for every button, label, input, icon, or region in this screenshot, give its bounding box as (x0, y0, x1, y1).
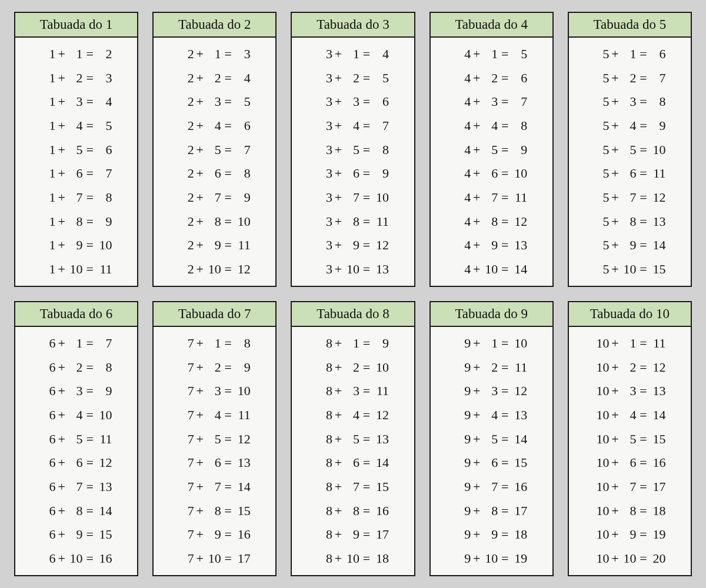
plus-icon: + (610, 143, 620, 156)
operand-a: 9 (454, 505, 472, 517)
operand-a: 10 (592, 505, 610, 517)
operand-b: 2 (481, 72, 499, 85)
operand-b: 8 (620, 505, 637, 517)
plus-icon: + (472, 528, 481, 541)
result: 3 (96, 72, 114, 85)
equals-icon: = (222, 337, 234, 350)
table-row: 5+2=7 (569, 69, 691, 88)
table-row: 8+5=13 (292, 430, 414, 449)
table-body: 7+1=87+2=97+3=107+4=117+5=127+6=137+7=14… (154, 327, 275, 575)
operand-a: 6 (39, 505, 57, 517)
plus-icon: + (472, 167, 481, 180)
operand-a: 6 (39, 480, 57, 493)
result: 8 (234, 167, 252, 180)
table-header: Tabuada do 10 (569, 302, 691, 327)
plus-icon: + (610, 528, 620, 541)
plus-icon: + (57, 72, 66, 85)
result: 6 (511, 72, 528, 85)
equals-icon: = (499, 119, 511, 132)
table-header: Tabuada do 9 (431, 302, 552, 327)
operand-b: 2 (620, 72, 637, 85)
table-row: 1+2=3 (15, 69, 137, 88)
equals-icon: = (222, 528, 234, 541)
plus-icon: + (610, 337, 620, 350)
plus-icon: + (610, 119, 620, 132)
result: 9 (372, 337, 390, 350)
operand-b: 7 (343, 191, 361, 204)
operand-b: 1 (620, 48, 637, 61)
operand-b: 6 (205, 167, 222, 180)
operand-b: 3 (620, 385, 637, 397)
operand-b: 1 (481, 337, 499, 350)
table-row: 1+3=4 (15, 92, 137, 111)
table-row: 8+10=18 (292, 549, 414, 568)
result: 14 (649, 409, 667, 422)
operand-b: 3 (343, 95, 361, 108)
table-row: 7+3=10 (154, 382, 275, 400)
plus-icon: + (334, 119, 343, 132)
operand-b: 4 (343, 119, 361, 132)
operand-a: 1 (39, 119, 57, 132)
operand-b: 5 (66, 433, 84, 446)
equals-icon: = (361, 143, 372, 156)
plus-icon: + (195, 385, 205, 397)
result: 8 (96, 361, 114, 374)
plus-icon: + (334, 143, 343, 156)
result: 11 (372, 215, 390, 228)
operand-a: 5 (592, 215, 610, 228)
equals-icon: = (499, 433, 511, 446)
equals-icon: = (499, 409, 511, 422)
table-row: 4+6=10 (431, 164, 552, 183)
operand-a: 2 (178, 191, 195, 204)
plus-icon: + (57, 239, 66, 252)
equals-icon: = (84, 119, 96, 132)
plus-icon: + (57, 48, 66, 61)
result: 4 (96, 95, 114, 108)
result: 8 (649, 95, 667, 108)
operand-a: 5 (592, 239, 610, 252)
operand-a: 3 (316, 48, 334, 61)
operand-a: 2 (178, 95, 195, 108)
result: 11 (511, 191, 528, 204)
result: 9 (96, 385, 114, 397)
equals-icon: = (222, 361, 234, 374)
table-body: 10+1=1110+2=1210+3=1310+4=1410+5=1510+6=… (569, 327, 691, 575)
operand-a: 5 (592, 72, 610, 85)
operand-a: 9 (454, 528, 472, 541)
equals-icon: = (222, 215, 234, 228)
operand-a: 4 (454, 263, 472, 276)
operand-a: 1 (39, 143, 57, 156)
plus-icon: + (334, 48, 343, 61)
operand-b: 9 (620, 239, 637, 252)
table-row: 8+1=9 (292, 334, 414, 353)
operand-b: 10 (620, 552, 637, 565)
table-row: 9+9=18 (431, 525, 552, 544)
operand-a: 4 (454, 72, 472, 85)
operand-a: 1 (39, 95, 57, 108)
result: 10 (96, 409, 114, 422)
operand-a: 8 (316, 409, 334, 422)
result: 11 (96, 263, 114, 276)
operand-a: 1 (39, 72, 57, 85)
plus-icon: + (57, 119, 66, 132)
equals-icon: = (499, 528, 511, 541)
operand-b: 1 (343, 337, 361, 350)
operand-a: 5 (592, 191, 610, 204)
operand-b: 8 (205, 215, 222, 228)
table-row: 2+10=12 (154, 260, 275, 279)
plus-icon: + (195, 191, 205, 204)
plus-icon: + (195, 95, 205, 108)
table-row: 6+2=8 (15, 358, 137, 377)
operand-b: 3 (481, 385, 499, 397)
operand-a: 7 (178, 456, 195, 469)
equals-icon: = (637, 456, 649, 469)
operand-a: 4 (454, 48, 472, 61)
operand-b: 4 (481, 119, 499, 132)
operand-b: 2 (343, 361, 361, 374)
equals-icon: = (637, 215, 649, 228)
table-row: 6+4=10 (15, 406, 137, 425)
result: 3 (234, 48, 252, 61)
operand-b: 6 (481, 167, 499, 180)
table-row: 9+4=13 (431, 406, 552, 425)
table-row: 7+8=15 (154, 502, 275, 520)
